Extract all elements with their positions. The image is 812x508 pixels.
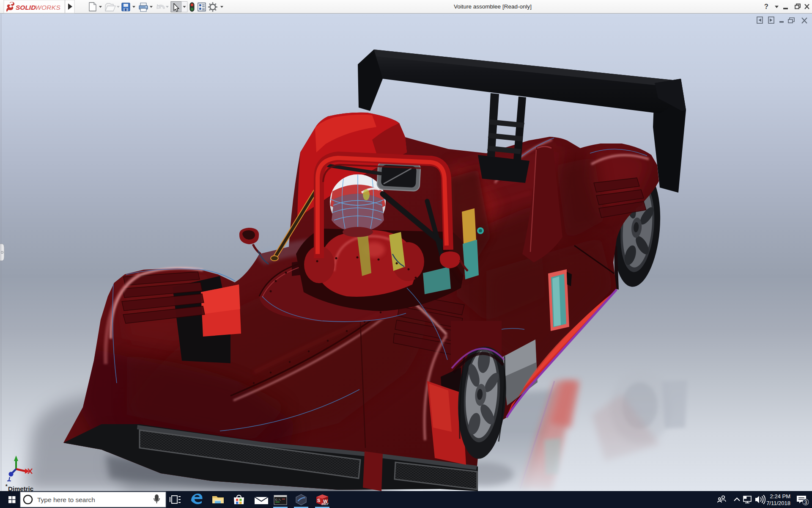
- svg-text:*: *: [5, 483, 8, 489]
- svg-text:C:\: C:\: [275, 498, 281, 502]
- svg-text:2017: 2017: [321, 502, 329, 506]
- svg-text:3: 3: [804, 500, 807, 505]
- svg-text:Type here to search: Type here to search: [37, 496, 95, 503]
- svg-text:SOLID: SOLID: [16, 4, 36, 11]
- svg-text:WORKS: WORKS: [35, 4, 60, 11]
- svg-text:?: ?: [764, 3, 768, 10]
- svg-text:S: S: [317, 498, 320, 503]
- svg-text:2:24 PM: 2:24 PM: [770, 493, 790, 500]
- svg-text:Voiture assomblee [Read-only]: Voiture assomblee [Read-only]: [454, 3, 532, 10]
- svg-text:7/11/2018: 7/11/2018: [766, 500, 790, 506]
